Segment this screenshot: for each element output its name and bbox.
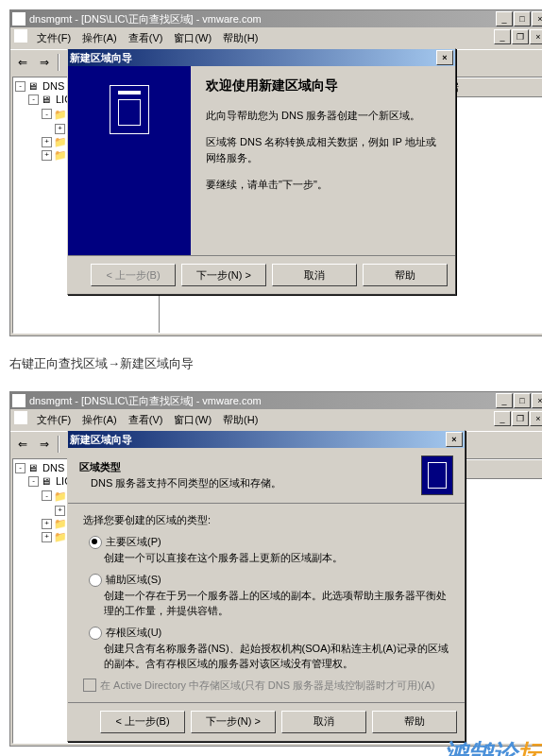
wizard-header-title: 区域类型 (79, 460, 421, 474)
wizard-dialog: 新建区域向导 × 区域类型 DNS 服务器支持不同类型的区域和存储。 选择您要创… (67, 430, 466, 742)
dns-icon: 🖥 (27, 462, 41, 473)
cancel-button[interactable]: 取消 (281, 711, 366, 733)
expand-icon[interactable]: - (42, 109, 52, 119)
dialog-title-text: 新建区域向导 (70, 433, 446, 447)
child-close-button[interactable]: × (530, 411, 542, 426)
server-illustration-icon (110, 85, 149, 134)
server-icon: 🖥 (41, 94, 54, 105)
folder-icon: 📁 (54, 490, 67, 502)
radio-icon[interactable] (89, 536, 102, 549)
radio-primary[interactable]: 主要区域(P) (89, 535, 449, 549)
minimize-button[interactable]: _ (496, 393, 513, 408)
help-button[interactable]: 帮助 (372, 711, 457, 733)
menu-help[interactable]: 帮助(H) (217, 411, 263, 429)
expand-icon[interactable]: - (15, 463, 25, 473)
menu-view[interactable]: 查看(V) (123, 29, 169, 47)
back-button: < 上一步(B) (91, 264, 176, 286)
expand-icon[interactable]: - (28, 94, 39, 105)
wizard-content: 欢迎使用新建区域向导 此向导帮助您为 DNS 服务器创建一个新区域。 区域将 D… (191, 66, 455, 255)
close-button[interactable]: × (532, 393, 542, 408)
titlebar[interactable]: dnsmgmt - [DNS\LIC\正向查找区域] - vmware.com … (10, 392, 542, 409)
menu-view[interactable]: 查看(V) (123, 411, 169, 429)
minimize-button[interactable]: _ (496, 11, 513, 26)
radio-secondary[interactable]: 辅助区域(S) (89, 573, 449, 587)
close-button[interactable]: × (532, 11, 542, 26)
wizard-header: 区域类型 DNS 服务器支持不同类型的区域和存储。 (68, 448, 465, 504)
wizard-header-subtitle: DNS 服务器支持不同类型的区域和存储。 (79, 476, 421, 490)
options-prompt: 选择您要创建的区域的类型: (83, 513, 449, 527)
radio-icon[interactable] (89, 574, 102, 587)
window-title: dnsmgmt - [DNS\LIC\正向查找区域] - vmware.com (29, 12, 496, 26)
app-icon (12, 12, 25, 26)
back-icon[interactable]: ⇐ (12, 434, 33, 455)
child-restore-button[interactable]: ❐ (512, 411, 529, 426)
menubar: 文件(F) 操作(A) 查看(V) 窗口(W) 帮助(H) _ ❐ × (10, 27, 542, 49)
folder-icon: 📁 (54, 531, 67, 542)
wizard-text: 区域将 DNS 名称转换成相关数据，例如 IP 地址或网络服务。 (206, 134, 440, 167)
forward-icon[interactable]: ⇒ (34, 434, 55, 455)
forward-icon[interactable]: ⇒ (34, 52, 55, 73)
expand-icon[interactable]: + (42, 519, 52, 529)
menu-action[interactable]: 操作(A) (76, 411, 123, 429)
back-icon[interactable]: ⇐ (12, 52, 33, 73)
next-button[interactable]: 下一步(N) > (181, 264, 266, 286)
dns-icon: 🖥 (27, 80, 41, 92)
expand-icon[interactable]: + (55, 124, 65, 134)
menu-window[interactable]: 窗口(W) (168, 29, 217, 47)
server-icon (421, 455, 453, 495)
radio-desc: 创建只含有名称服务器(NS)、起始授权机构(SOA)和粘连主机(A)记录的区域的… (104, 642, 449, 671)
menu-file[interactable]: 文件(F) (31, 29, 76, 47)
back-button[interactable]: < 上一步(B) (100, 711, 185, 733)
main-window-1: dnsmgmt - [DNS\LIC\正向查找区域] - vmware.com … (9, 9, 542, 336)
radio-icon[interactable] (89, 627, 102, 640)
menu-help[interactable]: 帮助(H) (217, 29, 263, 47)
dialog-titlebar[interactable]: 新建区域向导 × (68, 49, 455, 66)
wizard-dialog: 新建区域向导 × 欢迎使用新建区域向导 此向导帮助您为 DNS 服务器创建一个新… (67, 48, 456, 295)
expand-icon[interactable]: - (15, 81, 25, 92)
caption-text: 右键正向查找区域→新建区域向导 (9, 355, 542, 372)
wizard-text: 要继续，请单击"下一步"。 (206, 177, 440, 194)
child-minimize-button[interactable]: _ (494, 29, 511, 44)
menu-file[interactable]: 文件(F) (31, 411, 76, 429)
checkbox-icon (83, 679, 96, 692)
expand-icon[interactable]: - (28, 476, 39, 487)
expand-icon[interactable]: + (55, 506, 65, 516)
dialog-close-button[interactable]: × (436, 50, 453, 65)
wizard-sidebar (68, 66, 191, 255)
menubar: 文件(F) 操作(A) 查看(V) 窗口(W) 帮助(H) _ ❐ × (10, 409, 542, 431)
app-icon (12, 394, 25, 407)
wizard-text: 此向导帮助您为 DNS 服务器创建一个新区域。 (206, 108, 440, 125)
dialog-title-text: 新建区域向导 (70, 51, 436, 65)
radio-desc: 创建一个存在于另一个服务器上的区域的副本。此选项帮助主服务器平衡处理的工作量，并… (104, 589, 449, 618)
menu-window[interactable]: 窗口(W) (168, 411, 217, 429)
doc-icon (14, 411, 27, 424)
folder-icon: 📁 (54, 149, 67, 161)
menu-action[interactable]: 操作(A) (76, 29, 123, 47)
wizard-heading: 欢迎使用新建区域向导 (206, 77, 440, 94)
dialog-titlebar[interactable]: 新建区域向导 × (68, 431, 465, 448)
radio-desc: 创建一个可以直接在这个服务器上更新的区域副本。 (104, 551, 449, 565)
folder-icon: 📁 (54, 109, 67, 120)
help-button[interactable]: 帮助 (363, 264, 448, 286)
titlebar[interactable]: dnsmgmt - [DNS\LIC\正向查找区域] - vmware.com … (10, 10, 542, 27)
maximize-button[interactable]: □ (514, 11, 531, 26)
expand-icon[interactable]: + (42, 137, 52, 147)
maximize-button[interactable]: □ (514, 393, 531, 408)
dialog-footer: < 上一步(B) 下一步(N) > 取消 帮助 (68, 255, 455, 294)
main-window-2: dnsmgmt - [DNS\LIC\正向查找区域] - vmware.com … (9, 391, 542, 747)
folder-icon: 📁 (54, 518, 67, 529)
child-restore-button[interactable]: ❐ (512, 29, 529, 44)
child-minimize-button[interactable]: _ (494, 411, 511, 426)
radio-stub[interactable]: 存根区域(U) (89, 626, 449, 640)
expand-icon[interactable]: + (42, 532, 52, 542)
expand-icon[interactable]: - (42, 490, 52, 501)
dialog-footer: < 上一步(B) 下一步(N) > 取消 帮助 (68, 702, 465, 741)
next-button[interactable]: 下一步(N) > (191, 711, 276, 733)
child-close-button[interactable]: × (530, 29, 542, 44)
folder-icon: 📁 (54, 136, 67, 147)
window-title: dnsmgmt - [DNS\LIC\正向查找区域] - vmware.com (29, 394, 496, 408)
dialog-close-button[interactable]: × (446, 432, 463, 447)
cancel-button[interactable]: 取消 (272, 264, 357, 286)
expand-icon[interactable]: + (42, 150, 52, 161)
doc-icon (14, 29, 27, 43)
